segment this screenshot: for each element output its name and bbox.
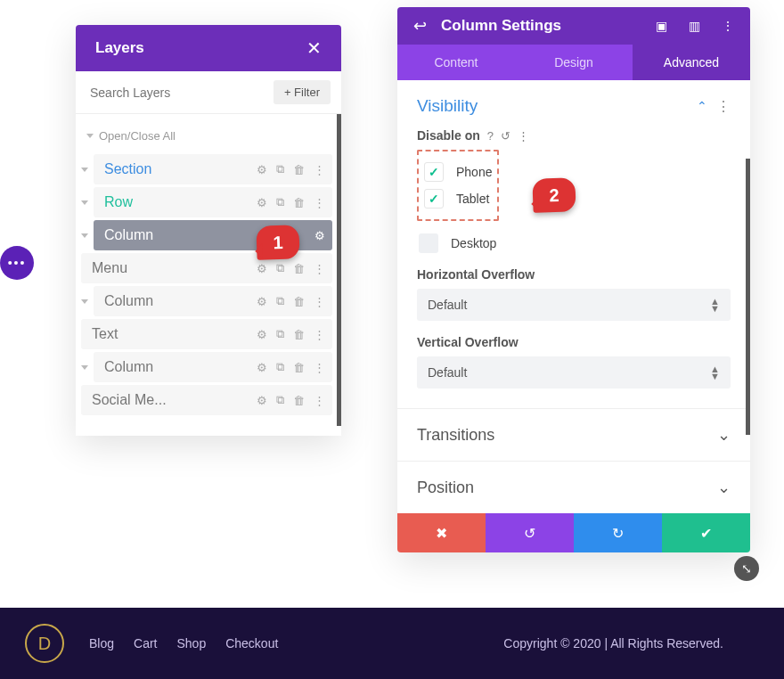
gear-icon[interactable]: ⚙ bbox=[257, 295, 267, 308]
visibility-section-header[interactable]: Visibility ⌃ ⋮ bbox=[417, 96, 731, 116]
expand-icon[interactable]: ⤡ bbox=[734, 556, 759, 581]
checkbox-tablet[interactable]: ✓ bbox=[424, 189, 444, 209]
tree-row-column-1[interactable]: Column ⚙ bbox=[81, 220, 341, 250]
close-icon[interactable]: ✕ bbox=[306, 37, 322, 59]
tab-design[interactable]: Design bbox=[515, 45, 633, 80]
tab-content[interactable]: Content bbox=[397, 45, 515, 80]
more-icon[interactable]: ⋮ bbox=[314, 262, 325, 275]
caret-icon bbox=[86, 134, 94, 138]
chevron-down-icon: ⌄ bbox=[717, 478, 731, 497]
more-icon[interactable]: ⋮ bbox=[314, 394, 325, 407]
settings-header: ↩ Column Settings ▣ ▥ ⋮ bbox=[397, 7, 750, 45]
tree-row-section[interactable]: Section ⚙ ⧉ 🗑 ⋮ bbox=[81, 154, 341, 184]
tree-row-menu[interactable]: Menu ⚙ ⧉ 🗑 ⋮ bbox=[81, 253, 341, 283]
scrollbar[interactable] bbox=[746, 159, 750, 435]
checkbox-desktop[interactable] bbox=[419, 233, 438, 253]
caret-icon bbox=[81, 233, 88, 238]
filter-button[interactable]: + Filter bbox=[274, 80, 331, 104]
help-icon[interactable]: ? bbox=[487, 129, 494, 143]
tablet-label: Tablet bbox=[456, 192, 489, 206]
back-icon[interactable]: ↩ bbox=[413, 16, 427, 36]
footer-link-checkout[interactable]: Checkout bbox=[225, 636, 278, 650]
reset-icon[interactable]: ↺ bbox=[501, 129, 510, 143]
scrollbar[interactable] bbox=[337, 114, 341, 426]
more-icon[interactable]: ⋮ bbox=[314, 361, 325, 374]
trash-icon[interactable]: 🗑 bbox=[293, 196, 305, 209]
visibility-title: Visibility bbox=[417, 96, 697, 116]
site-footer: D Blog Cart Shop Checkout Copyright © 20… bbox=[0, 608, 784, 679]
redo-button[interactable]: ↻ bbox=[574, 513, 662, 552]
chevron-up-icon[interactable]: ⌃ bbox=[697, 99, 707, 113]
duplicate-icon[interactable]: ⧉ bbox=[276, 327, 284, 341]
more-icon[interactable]: ⋮ bbox=[314, 295, 325, 308]
undo-button[interactable]: ↺ bbox=[486, 513, 574, 552]
duplicate-icon[interactable]: ⧉ bbox=[276, 162, 284, 176]
trash-icon[interactable]: 🗑 bbox=[293, 328, 305, 341]
footer-link-cart[interactable]: Cart bbox=[134, 636, 157, 650]
horizontal-overflow-label: Horizontal Overflow bbox=[417, 267, 731, 282]
column-label: Column bbox=[104, 293, 257, 309]
horizontal-overflow-select[interactable]: Default ▲▼ bbox=[417, 289, 731, 321]
panel-body: Visibility ⌃ ⋮ Disable on ? ↺ ⋮ ✓ Phone … bbox=[397, 80, 750, 408]
check-tablet[interactable]: ✓ Tablet bbox=[424, 189, 492, 209]
caret-icon bbox=[81, 168, 88, 172]
check-desktop[interactable]: Desktop bbox=[419, 233, 731, 253]
phone-label: Phone bbox=[456, 165, 492, 179]
more-icon[interactable]: ⋮ bbox=[722, 19, 734, 33]
gear-icon[interactable]: ⚙ bbox=[314, 229, 325, 242]
duplicate-icon[interactable]: ⧉ bbox=[276, 393, 284, 407]
gear-icon[interactable]: ⚙ bbox=[257, 262, 267, 275]
vertical-overflow-select[interactable]: Default ▲▼ bbox=[417, 356, 731, 389]
settings-tabs: Content Design Advanced bbox=[397, 45, 750, 80]
duplicate-icon[interactable]: ⧉ bbox=[276, 195, 284, 209]
save-button[interactable]: ✔ bbox=[662, 513, 750, 552]
gear-icon[interactable]: ⚙ bbox=[257, 196, 267, 209]
tree-row-row[interactable]: Row ⚙ ⧉ 🗑 ⋮ bbox=[81, 187, 341, 217]
duplicate-icon[interactable]: ⧉ bbox=[276, 294, 284, 308]
duplicate-icon[interactable]: ⧉ bbox=[276, 261, 284, 275]
trash-icon[interactable]: 🗑 bbox=[293, 295, 305, 308]
settings-title: Column Settings bbox=[441, 17, 634, 35]
more-icon[interactable]: ⋮ bbox=[314, 328, 325, 341]
trash-icon[interactable]: 🗑 bbox=[293, 394, 305, 407]
trash-icon[interactable]: 🗑 bbox=[293, 163, 305, 176]
trash-icon[interactable]: 🗑 bbox=[293, 361, 305, 374]
gear-icon[interactable]: ⚙ bbox=[257, 361, 267, 374]
open-close-all[interactable]: Open/Close All bbox=[85, 119, 341, 151]
trash-icon[interactable]: 🗑 bbox=[293, 262, 305, 275]
vertical-overflow-label: Vertical Overflow bbox=[417, 335, 731, 349]
section-label: Section bbox=[104, 161, 257, 177]
text-label: Text bbox=[92, 326, 257, 342]
footer-link-blog[interactable]: Blog bbox=[89, 636, 114, 650]
transitions-section[interactable]: Transitions ⌄ bbox=[397, 408, 750, 461]
footer-link-shop[interactable]: Shop bbox=[176, 636, 206, 650]
callout-2-number: 2 bbox=[549, 184, 559, 205]
transitions-label: Transitions bbox=[417, 426, 494, 445]
layers-title: Layers bbox=[95, 39, 144, 57]
tree-row-text[interactable]: Text ⚙ ⧉ 🗑 ⋮ bbox=[81, 319, 341, 349]
more-icon[interactable]: ⋮ bbox=[314, 196, 325, 209]
tab-advanced[interactable]: Advanced bbox=[633, 45, 750, 80]
gear-icon[interactable]: ⚙ bbox=[257, 394, 267, 407]
tree-row-column-3[interactable]: Column ⚙ ⧉ 🗑 ⋮ bbox=[81, 352, 341, 382]
columns-icon[interactable]: ▥ bbox=[689, 19, 700, 33]
footer-nav: Blog Cart Shop Checkout bbox=[89, 636, 278, 650]
tree-row-column-2[interactable]: Column ⚙ ⧉ 🗑 ⋮ bbox=[81, 286, 341, 316]
check-phone[interactable]: ✓ Phone bbox=[424, 162, 492, 182]
duplicate-icon[interactable]: ⧉ bbox=[276, 360, 284, 374]
tree-row-social[interactable]: Social Me... ⚙ ⧉ 🗑 ⋮ bbox=[81, 385, 341, 415]
position-section[interactable]: Position ⌄ bbox=[397, 461, 750, 513]
gear-icon[interactable]: ⚙ bbox=[257, 328, 267, 341]
discard-button[interactable]: ✖ bbox=[397, 513, 486, 552]
more-icon[interactable]: ⋮ bbox=[314, 163, 325, 176]
more-icon[interactable]: ⋮ bbox=[518, 129, 529, 143]
gear-icon[interactable]: ⚙ bbox=[257, 163, 267, 176]
disable-on-label: Disable on ? ↺ ⋮ bbox=[417, 128, 731, 143]
search-input[interactable] bbox=[90, 86, 274, 100]
checkbox-phone[interactable]: ✓ bbox=[424, 162, 444, 182]
plus-icon: + bbox=[284, 86, 291, 99]
more-icon[interactable]: ⋮ bbox=[716, 98, 731, 115]
logo[interactable]: D bbox=[25, 624, 64, 663]
floating-menu-button[interactable]: ••• bbox=[0, 246, 34, 280]
focus-icon[interactable]: ▣ bbox=[656, 19, 667, 33]
